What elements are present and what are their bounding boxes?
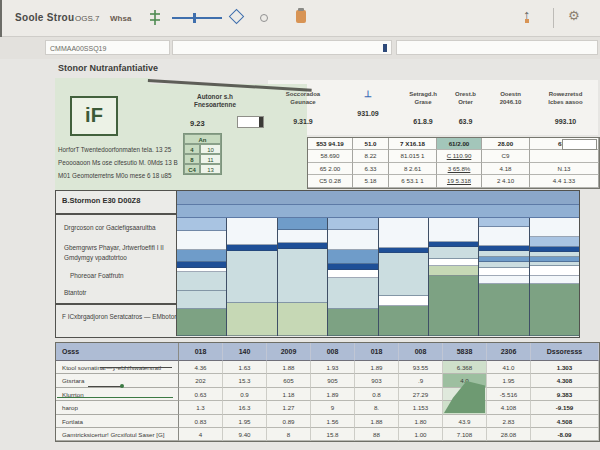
bottom-column-header[interactable]: 2009 xyxy=(267,343,311,361)
summary-cell[interactable]: $53 94.19 xyxy=(308,138,353,150)
bottom-table-cell[interactable]: 2.83 xyxy=(487,415,531,428)
diamond-icon[interactable] xyxy=(229,9,245,25)
mini-table-value[interactable]: 13 xyxy=(200,164,221,174)
bottom-table-cell[interactable]: 9.40 xyxy=(223,428,267,441)
bottom-table-cell[interactable]: 9 xyxy=(311,401,355,414)
bottom-table-cell[interactable]: 8. xyxy=(355,401,399,414)
bottom-table-cell[interactable]: 43.9 xyxy=(443,415,487,428)
summary-cell[interactable]: 19 5.318 xyxy=(437,175,482,187)
bottom-table-cell[interactable]: 4 xyxy=(179,428,223,441)
bottom-table-cell[interactable]: 1.153 xyxy=(399,401,443,414)
bottom-table-cell[interactable]: 1.80 xyxy=(399,415,443,428)
summary-cell[interactable]: N.13 xyxy=(530,163,599,175)
summary-cell[interactable]: 6 53.1 1 xyxy=(389,175,437,187)
summary-cell[interactable]: 2 4.10 xyxy=(482,175,530,187)
bottom-table-cell[interactable]: 0.9 xyxy=(223,388,267,401)
mini-table-key[interactable]: 4 xyxy=(184,144,200,154)
bottom-table-cell[interactable]: 8 xyxy=(267,428,311,441)
bottom-table-cell[interactable]: 4.108 xyxy=(487,401,531,414)
bottom-table-cell[interactable]: 1.63 xyxy=(223,361,267,374)
bottom-table-cell[interactable]: 1.56 xyxy=(311,415,355,428)
mini-table-key[interactable]: 8 xyxy=(184,154,200,164)
name-box[interactable]: CMMAA00SSQ19 xyxy=(45,40,170,55)
bottom-table-cell[interactable]: 6.368 xyxy=(443,361,487,374)
bottom-table-cell[interactable]: 4.308 xyxy=(531,374,599,387)
bottom-row-label[interactable]: Klurrton xyxy=(56,388,179,401)
bottom-table-cell[interactable]: 16.3 xyxy=(223,401,267,414)
summary-cell[interactable]: 5.18 xyxy=(353,175,389,187)
bottom-table-cell[interactable]: 605 xyxy=(267,374,311,387)
bottom-table-cell[interactable]: 1.27 xyxy=(267,401,311,414)
bottom-table-cell[interactable]: 1.89 xyxy=(311,388,355,401)
bottom-table-cell[interactable]: 27.29 xyxy=(399,388,443,401)
summary-cell[interactable]: 51.0 xyxy=(353,138,389,150)
summary-cell[interactable]: 8 2.61 xyxy=(389,163,437,175)
bottom-table-cell[interactable]: 903 xyxy=(355,374,399,387)
bottom-column-header[interactable]: Dssoresss xyxy=(531,343,599,361)
bottom-table-cell[interactable]: 1.18 xyxy=(267,388,311,401)
bottom-table-cell[interactable]: 9.383 xyxy=(531,388,599,401)
metric-input-box[interactable] xyxy=(237,116,264,128)
bottom-table-cell[interactable]: 1.89 xyxy=(355,361,399,374)
formula-input[interactable] xyxy=(172,40,392,55)
bottom-table-cell[interactable]: 0.83 xyxy=(179,415,223,428)
bottom-table-cell[interactable]: 202 xyxy=(179,374,223,387)
formula-input-extension[interactable] xyxy=(396,40,598,55)
bottom-table-cell[interactable]: .9 xyxy=(399,374,443,387)
clipboard-paste-icon[interactable] xyxy=(296,10,306,23)
summary-input-box[interactable] xyxy=(562,139,597,150)
mini-table-value[interactable]: 10 xyxy=(200,144,221,154)
up-arrow-icon[interactable]: ↑ xyxy=(523,6,531,23)
filter-slider-icon[interactable] xyxy=(148,9,162,26)
summary-cell[interactable]: C5 0.28 xyxy=(308,175,353,187)
bottom-table-cell[interactable]: -9.159 xyxy=(531,401,599,414)
bottom-table-cell[interactable]: 1.95 xyxy=(223,415,267,428)
summary-cell[interactable]: 3 65.8% xyxy=(437,163,482,175)
settings-gear-icon[interactable]: ⚙ xyxy=(568,8,580,23)
bottom-table-cell[interactable]: 0.63 xyxy=(179,388,223,401)
summary-cell[interactable]: 61/2.00 xyxy=(437,138,482,150)
bottom-row-label[interactable]: harop xyxy=(56,401,179,414)
bottom-column-header[interactable]: 018 xyxy=(179,343,223,361)
bottom-table-cell[interactable]: 1.93 xyxy=(311,361,355,374)
mini-table-value[interactable]: 11 xyxy=(200,154,221,164)
summary-cell[interactable]: 4.4 1.33 xyxy=(530,175,599,187)
range-slider-handle[interactable] xyxy=(193,13,196,23)
bottom-table-cell[interactable]: 15.8 xyxy=(311,428,355,441)
bottom-table-cell[interactable]: 1.00 xyxy=(399,428,443,441)
bottom-column-header[interactable]: 140 xyxy=(223,343,267,361)
bottom-table-cell[interactable]: 28.08 xyxy=(487,428,531,441)
radio-circle-icon[interactable] xyxy=(260,14,268,22)
summary-cell[interactable]: C 110.90 xyxy=(437,150,482,162)
summary-cell[interactable]: 4.18 xyxy=(482,163,530,175)
summary-cell[interactable]: 6.33 xyxy=(353,163,389,175)
mini-table-key[interactable]: C4 xyxy=(184,164,200,174)
summary-cell[interactable]: 81.015 1 xyxy=(389,150,437,162)
bottom-column-header[interactable]: 5838 xyxy=(443,343,487,361)
summary-cell[interactable]: 65 2.00 xyxy=(308,163,353,175)
bottom-column-header[interactable]: 008 xyxy=(311,343,355,361)
summary-cell[interactable]: 7 X16.18 xyxy=(389,138,437,150)
summary-cell[interactable] xyxy=(530,150,599,162)
bottom-table-cell[interactable]: 0.8 xyxy=(355,388,399,401)
bottom-table-cell[interactable]: 7.108 xyxy=(443,428,487,441)
bottom-table-cell[interactable]: -8.09 xyxy=(531,428,599,441)
bottom-table-cell[interactable]: 1.88 xyxy=(267,361,311,374)
bottom-table-cell[interactable]: 88 xyxy=(355,428,399,441)
bottom-table-cell[interactable]: 4.36 xyxy=(179,361,223,374)
bottom-table-cell[interactable]: 0.89 xyxy=(267,415,311,428)
bottom-table-cell[interactable]: 4.508 xyxy=(531,415,599,428)
bottom-table-cell[interactable]: 1.303 xyxy=(531,361,599,374)
summary-cell[interactable]: 8.22 xyxy=(353,150,389,162)
bottom-row-label[interactable]: Gamtricksicertur! Grcxifotul Saser [G] xyxy=(56,428,179,441)
summary-cell[interactable]: 58.690 xyxy=(308,150,353,162)
bottom-column-header[interactable]: 008 xyxy=(399,343,443,361)
bottom-table-cell[interactable]: -5.516 xyxy=(487,388,531,401)
bottom-column-header[interactable]: 018 xyxy=(355,343,399,361)
summary-cell[interactable]: 28.00 xyxy=(482,138,530,150)
bottom-table-cell[interactable]: 15.3 xyxy=(223,374,267,387)
bottom-table-cell[interactable]: 905 xyxy=(311,374,355,387)
range-slider-icon[interactable] xyxy=(172,17,222,19)
view-label[interactable]: Whsa xyxy=(110,14,131,23)
bottom-table-cell[interactable]: 1.3 xyxy=(179,401,223,414)
